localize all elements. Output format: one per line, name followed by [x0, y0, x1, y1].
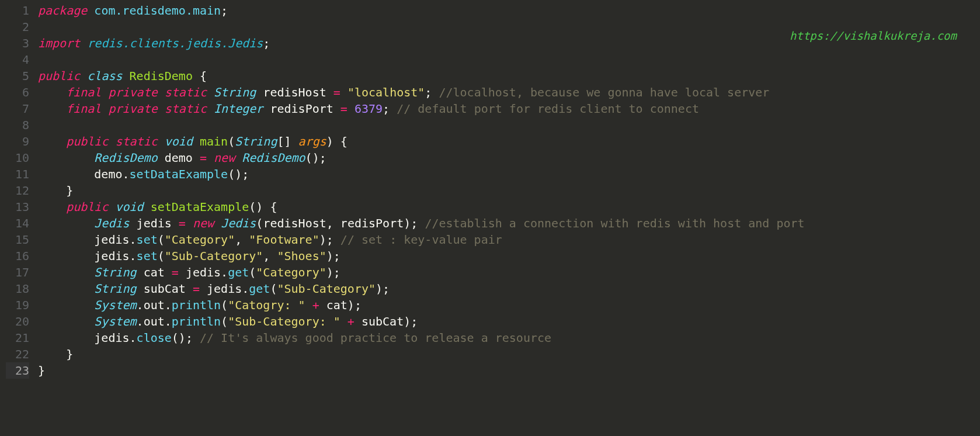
line-number: 13 — [6, 199, 29, 215]
line-number: 3 — [6, 35, 29, 51]
code-line: Jedis jedis = new Jedis(redisHost, redis… — [38, 215, 980, 231]
line-number: 20 — [6, 313, 29, 330]
code-line: public class RedisDemo { — [38, 68, 980, 84]
code-line: package com.redisdemo.main; — [38, 2, 980, 19]
code-line — [38, 117, 980, 133]
line-number: 14 — [6, 215, 29, 231]
code-line: } — [38, 182, 980, 199]
code-line: final private static String redisHost = … — [38, 84, 980, 101]
line-number: 2 — [6, 19, 29, 35]
line-number: 22 — [6, 346, 29, 362]
line-number: 7 — [6, 101, 29, 117]
line-number: 19 — [6, 297, 29, 313]
code-line — [38, 51, 980, 68]
line-number: 10 — [6, 150, 29, 166]
code-line: System.out.println("Catogry: " + cat); — [38, 297, 980, 313]
line-number: 5 — [6, 68, 29, 84]
code-content[interactable]: https://vishalkukreja.com package com.re… — [38, 0, 980, 436]
line-number: 23 — [6, 362, 29, 379]
code-line: jedis.set("Sub-Category", "Shoes"); — [38, 248, 980, 264]
code-line: } — [38, 362, 980, 379]
code-line: final private static Integer redisPort =… — [38, 101, 980, 117]
watermark-link: https://vishalkukreja.com — [790, 28, 957, 44]
code-line: } — [38, 346, 980, 362]
line-number: 16 — [6, 248, 29, 264]
line-number: 1 — [6, 2, 29, 19]
code-line: public void setDataExample() { — [38, 199, 980, 215]
line-number: 12 — [6, 182, 29, 199]
code-line: jedis.set("Category", "Footware"); // se… — [38, 231, 980, 248]
line-number: 15 — [6, 231, 29, 248]
line-number: 11 — [6, 166, 29, 182]
code-line: System.out.println("Sub-Category: " + su… — [38, 313, 980, 330]
code-editor: 1 2 3 4 5 6 7 8 9 10 11 12 13 14 15 16 1… — [0, 0, 980, 436]
line-number: 4 — [6, 51, 29, 68]
code-line: public static void main(String[] args) { — [38, 133, 980, 150]
code-line: RedisDemo demo = new RedisDemo(); — [38, 150, 980, 166]
code-line: String cat = jedis.get("Category"); — [38, 264, 980, 281]
code-line: jedis.close(); // It's always good pract… — [38, 330, 980, 346]
code-line: String subCat = jedis.get("Sub-Category"… — [38, 281, 980, 297]
line-number: 21 — [6, 330, 29, 346]
line-number: 6 — [6, 84, 29, 101]
line-number: 18 — [6, 281, 29, 297]
line-number: 9 — [6, 133, 29, 150]
line-number-gutter: 1 2 3 4 5 6 7 8 9 10 11 12 13 14 15 16 1… — [0, 0, 38, 436]
line-number: 17 — [6, 264, 29, 281]
code-line: demo.setDataExample(); — [38, 166, 980, 182]
line-number: 8 — [6, 117, 29, 133]
